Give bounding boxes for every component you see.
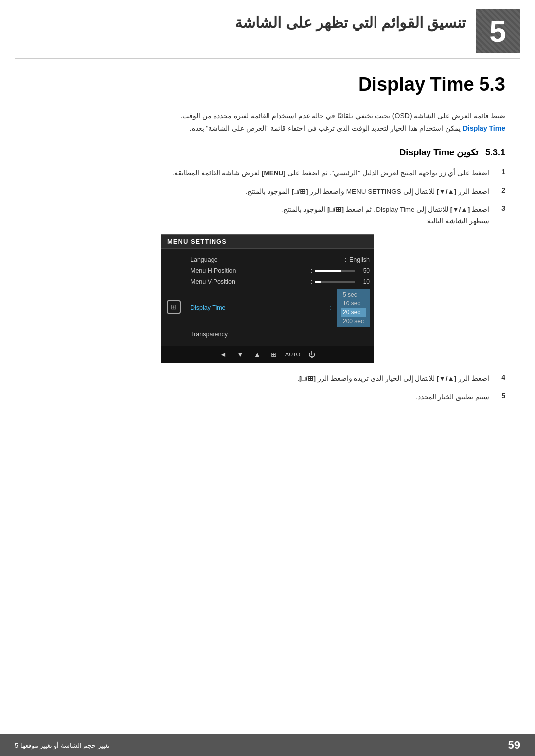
menu-screenshot: MENU SETTINGS ⊞ Language : English Menu …	[161, 234, 374, 363]
step-5-text: سيتم تطبيق الخيار المحدد.	[416, 392, 489, 403]
vpos-value: 10	[358, 278, 370, 285]
step-5: 5 سيتم تطبيق الخيار المحدد.	[30, 392, 505, 403]
option-5sec: 5 sec	[341, 290, 366, 299]
ctrl-power-btn: ⏻	[306, 349, 317, 360]
intro-text: ضبط قائمة العرض على الشاشة (OSD) بحيث تخ…	[30, 110, 505, 135]
transparency-label: Transparency	[190, 331, 370, 338]
option-200sec: 200 sec	[341, 317, 366, 326]
hpos-slider	[315, 270, 355, 272]
step-1-text: اضغط على أي زر بواجهة المنتج لعرض الدليل…	[172, 168, 489, 179]
ctrl-down-btn: ▼	[235, 349, 246, 360]
displaytime-label: Display Time	[190, 304, 327, 311]
hpos-label: Menu H-Position	[190, 267, 308, 274]
footer: تغيير حجم الشاشة أو تغيير موقعها 5 59	[0, 734, 535, 756]
footer-text: تغيير حجم الشاشة أو تغيير موقعها 5	[15, 742, 110, 749]
step-4: 4 اضغط الزر [▲/▼] للانتقال إلى الخيار ال…	[30, 373, 505, 385]
step-1-number: 1	[493, 168, 505, 176]
option-10sec: 10 sec	[341, 299, 366, 308]
step-4-text: اضغط الزر [▲/▼] للانتقال إلى الخيار الذي…	[297, 373, 489, 385]
step-3-text: اضغط [▲/▼] للانتقال إلى Display Time، ثم…	[281, 204, 489, 227]
footer-page: 59	[508, 739, 520, 752]
step-4-number: 4	[493, 373, 505, 381]
menu-row-vpos: Menu V-Position : 10	[186, 276, 374, 287]
intro-highlight: Display Time	[463, 124, 505, 132]
content-area: ضبط قائمة العرض على الشاشة (OSD) بحيث تخ…	[0, 105, 535, 420]
language-value: English	[349, 256, 370, 263]
step-2-number: 2	[493, 186, 505, 194]
hpos-fill	[315, 270, 341, 272]
section-title: تكوين Display Time	[399, 148, 478, 157]
menu-icon-col: ⊞	[161, 252, 186, 342]
step-5-number: 5	[493, 392, 505, 400]
menu-items-col: Language : English Menu H-Position : 50	[186, 252, 374, 342]
chapter-number: 5	[489, 14, 506, 49]
menu-row-hpos: Menu H-Position : 50	[186, 265, 374, 276]
menu-title: MENU SETTINGS	[161, 235, 374, 249]
steps-container: 1 اضغط على أي زر بواجهة المنتج لعرض الدل…	[30, 168, 505, 227]
ctrl-enter-btn: ⊞	[268, 349, 279, 360]
vpos-label: Menu V-Position	[190, 278, 308, 285]
option-20sec: 20 sec	[341, 308, 366, 317]
ctrl-back-btn: ◄	[218, 349, 229, 360]
vpos-fill	[315, 281, 321, 283]
steps-container-2: 4 اضغط الزر [▲/▼] للانتقال إلى الخيار ال…	[30, 373, 505, 403]
step-3-number: 3	[493, 204, 505, 212]
step-2: 2 اضغط الزر [▲/▼] للانتقال إلى MENU SETT…	[30, 186, 505, 198]
language-label: Language	[190, 256, 342, 263]
menu-body: ⊞ Language : English Menu H-Position :	[161, 249, 374, 346]
hpos-slider-container: 50	[315, 267, 370, 274]
ctrl-auto-label: AUTO	[285, 352, 300, 357]
menu-row-displaytime: Display Time : 5 sec 10 sec 20 sec 200 s…	[186, 287, 374, 329]
vpos-slider	[315, 281, 355, 283]
menu-controls-bar: ◄ ▼ ▲ ⊞ AUTO ⏻	[161, 346, 374, 363]
menu-display-icon: ⊞	[167, 300, 181, 314]
displaytime-dropdown: 5 sec 10 sec 20 sec 200 sec	[337, 289, 370, 327]
vpos-slider-container: 10	[315, 278, 370, 285]
step-1: 1 اضغط على أي زر بواجهة المنتج لعرض الدل…	[30, 168, 505, 179]
hpos-value: 50	[358, 267, 370, 274]
chapter-number-box: 5	[476, 9, 520, 53]
section-heading: 5.3.1 تكوين Display Time	[30, 147, 505, 158]
step-3: 3 اضغط [▲/▼] للانتقال إلى Display Time، …	[30, 204, 505, 227]
chapter-title: تنسيق القوائم التي تظهر على الشاشة	[15, 9, 476, 31]
menu-row-language: Language : English	[186, 254, 374, 265]
intro-line1: ضبط قائمة العرض على الشاشة (OSD) بحيث تخ…	[180, 112, 505, 120]
header: تنسيق القوائم التي تظهر على الشاشة 5	[0, 0, 535, 58]
ctrl-up-btn: ▲	[252, 349, 263, 360]
step-2-text: اضغط الزر [▲/▼] للانتقال إلى MENU SETTIN…	[245, 186, 489, 198]
menu-row-transparency: Transparency	[186, 329, 374, 340]
main-title: Display Time 5.3	[0, 59, 535, 105]
intro-line2: يمكن استخدام هذا الخيار لتحديد الوقت الذ…	[190, 124, 461, 132]
section-number: 5.3.1	[485, 148, 505, 157]
